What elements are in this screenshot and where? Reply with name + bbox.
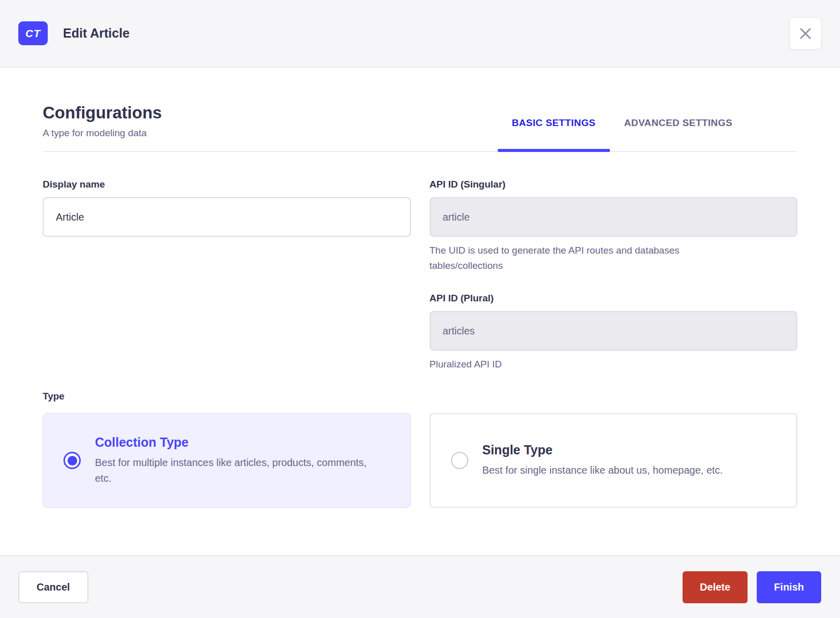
modal-header: CT Edit Article (0, 0, 840, 68)
radio-unchecked-icon[interactable] (451, 452, 468, 469)
api-id-plural-input (430, 311, 798, 351)
single-type-option[interactable]: Single Type Best for single instance lik… (430, 413, 798, 508)
finish-button[interactable]: Finish (757, 571, 821, 603)
api-id-plural-label: API ID (Plural) (430, 293, 798, 304)
type-section-label: Type (43, 391, 797, 402)
single-type-texts: Single Type Best for single instance lik… (482, 443, 723, 478)
delete-button[interactable]: Delete (683, 571, 748, 603)
type-options: Collection Type Best for multiple instan… (43, 413, 797, 508)
settings-tabs: BASIC SETTINGS ADVANCED SETTINGS (498, 117, 747, 151)
display-name-field-group: Display name (43, 179, 411, 372)
collection-type-description: Best for multiple instances like article… (95, 455, 372, 486)
section-head: Configurations A type for modeling data … (43, 103, 797, 152)
api-id-column: API ID (Singular) The UID is used to gen… (430, 179, 798, 372)
radio-checked-icon[interactable] (63, 452, 81, 469)
modal-footer: Cancel Delete Finish (0, 555, 840, 618)
collection-type-title: Collection Type (95, 435, 372, 450)
page-title: Configurations (43, 103, 162, 122)
close-icon (798, 26, 813, 41)
fields-grid: Display name API ID (Singular) The UID i… (43, 179, 797, 372)
display-name-input[interactable] (43, 197, 411, 237)
section-titles: Configurations A type for modeling data (43, 103, 162, 151)
api-id-singular-field-group: API ID (Singular) The UID is used to gen… (430, 179, 798, 273)
api-id-singular-input (430, 197, 798, 237)
api-id-singular-label: API ID (Singular) (430, 179, 798, 190)
single-type-description: Best for single instance like about us, … (482, 462, 723, 478)
modal-title: Edit Article (63, 26, 130, 41)
modal-body: Configurations A type for modeling data … (0, 68, 840, 555)
collection-type-option[interactable]: Collection Type Best for multiple instan… (43, 413, 411, 508)
display-name-label: Display name (43, 179, 411, 190)
close-button[interactable] (789, 17, 822, 50)
content-type-badge-icon: CT (18, 21, 48, 45)
api-id-plural-hint: Pluralized API ID (430, 357, 751, 372)
cancel-button[interactable]: Cancel (18, 571, 88, 603)
tab-basic-settings[interactable]: BASIC SETTINGS (498, 117, 610, 151)
api-id-plural-field-group: API ID (Plural) Pluralized API ID (430, 293, 798, 372)
collection-type-texts: Collection Type Best for multiple instan… (95, 435, 372, 486)
api-id-singular-hint: The UID is used to generate the API rout… (430, 243, 751, 273)
single-type-title: Single Type (482, 443, 723, 457)
tab-advanced-settings[interactable]: ADVANCED SETTINGS (610, 117, 747, 151)
page-subtitle: A type for modeling data (43, 128, 162, 139)
